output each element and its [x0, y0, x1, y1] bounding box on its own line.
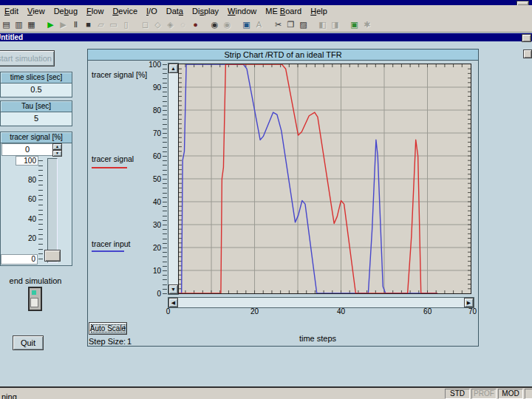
menu-device[interactable]: Device — [108, 7, 142, 16]
stop-icon[interactable]: ■ — [82, 18, 95, 31]
tau-label: Tau [sec] — [1, 101, 72, 112]
legend-tracer-signal-line — [92, 167, 127, 168]
paste-icon[interactable]: ▨ — [297, 18, 310, 31]
slider-thumb[interactable] — [44, 250, 61, 262]
y-tick-label: 40 — [140, 198, 161, 206]
panel-corner-button[interactable] — [523, 50, 532, 58]
end-simulation-toggle[interactable] — [28, 287, 42, 311]
document-title: Untitled — [0, 33, 23, 41]
tracer-signal-widget: tracer signal [%] 0 ▲ ▼ 100806040200 — [0, 132, 72, 266]
y-tick-label: 80 — [140, 106, 161, 115]
slider-scale-label: 40 — [7, 215, 36, 223]
menu-window[interactable]: Window — [223, 7, 261, 16]
document-titlebar[interactable]: Untitled — [0, 33, 532, 41]
scroll-right-icon[interactable]: ▶ — [464, 298, 474, 307]
vee-main-window: EditViewDebugFlowDeviceI/ODataDisplayWin… — [0, 0, 532, 399]
tau-widget: Tau [sec] 5 — [0, 100, 72, 126]
y-tick-label: 90 — [140, 83, 161, 92]
add-userobject-icon[interactable]: ▭ — [107, 18, 120, 31]
x-tick-label: 60 — [417, 307, 439, 316]
status-mode-std: STD — [445, 389, 470, 399]
menu-view[interactable]: View — [23, 7, 50, 16]
x-tick-label: 0 — [157, 307, 180, 316]
doc-window-button[interactable] — [522, 34, 531, 42]
down-level-icon[interactable]: ◨ — [329, 18, 341, 31]
run-icon[interactable]: ▶ — [44, 18, 57, 31]
auto-scale-button[interactable]: Auto Scale — [89, 322, 127, 335]
save-icon[interactable]: ▥ — [13, 18, 25, 31]
open-icon[interactable]: ▤ — [0, 18, 13, 31]
menu-edit[interactable]: Edit — [0, 7, 23, 16]
quit-button[interactable]: Quit — [13, 335, 44, 350]
breakpoint-icon[interactable]: ● — [189, 18, 202, 31]
y-axis-tick-strip — [163, 64, 167, 294]
properties-icon[interactable]: ▣ — [240, 18, 253, 31]
scroll-down-icon[interactable]: ▼ — [168, 284, 178, 294]
font-icon[interactable]: A — [253, 18, 265, 31]
time-slices-label: time slices [sec] — [1, 72, 72, 83]
cut-icon[interactable]: ✂ — [272, 18, 284, 31]
start-simulation-button[interactable]: start simulation — [0, 50, 55, 66]
slider-scale-label[interactable]: 100 — [16, 156, 38, 166]
slider-track[interactable] — [47, 158, 58, 263]
y-tick-label: 100 — [140, 61, 161, 69]
menu-io[interactable]: I/O — [142, 7, 162, 16]
find-icon[interactable]: ◉ — [208, 18, 221, 31]
app-titlebar[interactable] — [0, 0, 532, 5]
menu-help[interactable]: Help — [306, 7, 332, 16]
print-icon[interactable]: ▦ — [25, 18, 38, 31]
add-userfunction-icon[interactable]: ▯ — [120, 18, 132, 31]
slider-scale-label: 80 — [7, 176, 36, 184]
tracer-signal-value-field[interactable]: 0 — [1, 143, 53, 156]
slider-scale-label: 60 — [7, 195, 36, 203]
x-tick-label: 20 — [244, 307, 266, 316]
plot-vertical-scrollbar[interactable]: ▲ ▼ — [168, 63, 179, 295]
legend-tracer-signal-label: tracer signal — [92, 154, 134, 163]
up-level-icon[interactable]: ◧ — [316, 18, 329, 31]
x-tick-label: 40 — [330, 307, 352, 316]
y-tick-label: 30 — [140, 221, 161, 229]
y-tick-label: 70 — [140, 129, 161, 137]
find-next-icon[interactable]: ◉ — [221, 18, 233, 31]
copy-icon[interactable]: ❐ — [284, 18, 297, 31]
x-tick-label: 70 — [456, 307, 477, 316]
scroll-left-icon[interactable]: ◀ — [168, 298, 178, 307]
plot-horizontal-scrollbar[interactable]: ◀ ▶ — [168, 297, 474, 308]
chart-title: Strip Chart /RTD of an ideal TFR — [87, 49, 479, 61]
debug-pause-icon[interactable]: ◻ — [139, 18, 151, 31]
scroll-up-icon[interactable]: ▲ — [168, 64, 178, 73]
tau-value[interactable]: 5 — [1, 112, 72, 125]
menu-debug[interactable]: Debug — [50, 7, 82, 16]
y-tick-label: 10 — [140, 267, 161, 275]
status-bar: ning STDPROFMODVB — [0, 388, 532, 399]
stepper-down-icon[interactable]: ▼ — [52, 150, 62, 157]
pause-icon[interactable]: Ⅱ — [69, 18, 82, 31]
time-slices-value[interactable]: 0.5 — [1, 83, 72, 96]
add-object-icon[interactable]: ▱ — [95, 18, 107, 31]
stepper-up-icon[interactable]: ▲ — [52, 143, 62, 150]
menu-meboard[interactable]: ME Board — [261, 7, 306, 16]
y-tick-label: 0 — [140, 290, 161, 298]
menu-flow[interactable]: Flow — [82, 7, 108, 16]
toggle-indicator — [32, 290, 36, 295]
menu-data[interactable]: Data — [162, 7, 188, 16]
step-icon[interactable]: ▶ — [57, 18, 69, 31]
menu-bar: EditViewDebugFlowDeviceI/ODataDisplayWin… — [0, 5, 532, 16]
menu-display[interactable]: Display — [188, 7, 223, 16]
secure-icon[interactable]: ✱ — [361, 18, 373, 31]
panel-view-icon[interactable]: ▣ — [348, 18, 361, 31]
plot-area — [178, 64, 471, 294]
slider-scale-label[interactable]: 0 — [1, 254, 38, 265]
y-tick-label: 20 — [140, 244, 161, 252]
debug-step-in-icon[interactable]: ◌ — [177, 18, 189, 31]
debug-resume-icon[interactable]: ◇ — [151, 18, 164, 31]
debug-step-over-icon[interactable]: ◈ — [164, 18, 177, 31]
plot-svg — [179, 64, 471, 293]
legend-tracer-input-line — [92, 250, 124, 252]
step-size-label: Step Size: — [89, 337, 126, 346]
end-simulation-label: end simulation — [0, 276, 71, 285]
status-mode-mod: MOD — [498, 389, 523, 399]
time-slices-widget: time slices [sec] 0.5 — [0, 72, 72, 98]
toggle-knob[interactable] — [30, 298, 38, 307]
y-tick-label: 50 — [140, 175, 161, 183]
